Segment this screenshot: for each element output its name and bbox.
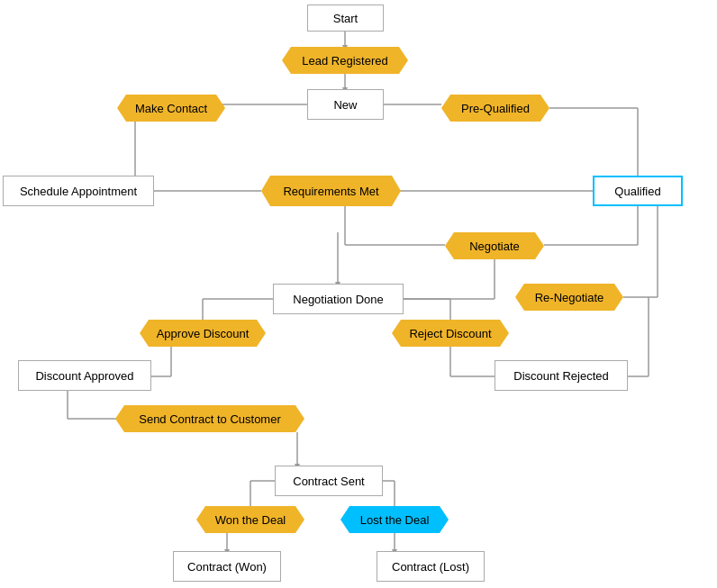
re-negotiate-node: Re-Negotiate (515, 284, 623, 311)
lost-the-deal-node: Lost the Deal (340, 506, 449, 533)
pre-qualified-node: Pre-Qualified (441, 95, 549, 122)
contract-won-node: Contract (Won) (173, 551, 281, 582)
approve-discount-node: Approve Discount (140, 320, 266, 347)
new-node: New (307, 89, 384, 120)
contract-lost-node: Contract (Lost) (377, 551, 485, 582)
reject-discount-node: Reject Discount (392, 320, 509, 347)
discount-rejected-node: Discount Rejected (495, 360, 628, 391)
lead-registered-node: Lead Registered (282, 47, 408, 74)
negotiation-done-node: Negotiation Done (273, 284, 404, 314)
flowchart: Start Lead Registered New Make Contact P… (0, 0, 717, 588)
schedule-appointment-node: Schedule Appointment (3, 176, 154, 206)
negotiate-node: Negotiate (445, 232, 544, 259)
start-node: Start (307, 5, 384, 32)
won-the-deal-node: Won the Deal (196, 506, 304, 533)
make-contact-node: Make Contact (117, 95, 225, 122)
requirements-met-node: Requirements Met (261, 176, 401, 206)
contract-sent-node: Contract Sent (275, 466, 383, 496)
qualified-node: Qualified (593, 176, 683, 206)
send-contract-node: Send Contract to Customer (115, 405, 304, 432)
discount-approved-node: Discount Approved (18, 360, 151, 391)
